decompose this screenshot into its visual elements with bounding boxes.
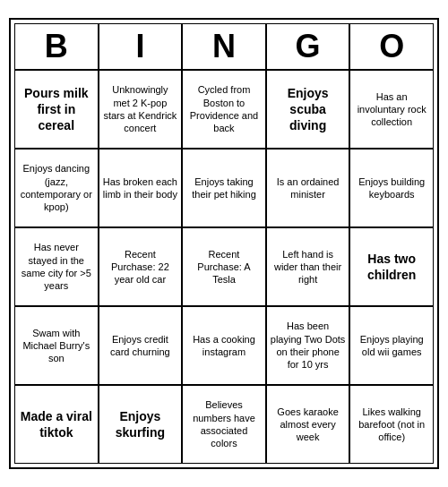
header-letter-i: I: [99, 23, 183, 70]
bingo-cell-11[interactable]: Recent Purchase: 22 year old car: [99, 227, 183, 306]
bingo-cell-9[interactable]: Enjoys building keyboards: [349, 149, 434, 227]
bingo-cell-6[interactable]: Has broken each limb in their body: [99, 149, 183, 227]
header-letter-n: N: [182, 23, 266, 70]
bingo-cell-15[interactable]: Swam with Michael Burry's son: [14, 306, 99, 385]
bingo-cell-24[interactable]: Likes walking barefoot (not in office): [349, 385, 434, 464]
bingo-cell-23[interactable]: Goes karaoke almost every week: [266, 385, 350, 464]
header-letter-o: O: [349, 23, 434, 70]
bingo-cell-13[interactable]: Left hand is wider than their right: [266, 227, 350, 306]
bingo-cell-22[interactable]: Believes numbers have associated colors: [182, 385, 266, 464]
bingo-cell-14[interactable]: Has two children: [349, 227, 434, 306]
bingo-cell-16[interactable]: Enjoys credit card churning: [99, 306, 183, 385]
bingo-cell-19[interactable]: Enjoys playing old wii games: [349, 306, 434, 385]
bingo-cell-10[interactable]: Has never stayed in the same city for >5…: [14, 227, 99, 306]
bingo-cell-20[interactable]: Made a viral tiktok: [14, 385, 99, 464]
bingo-grid: Pours milk first in cerealUnknowingly me…: [14, 70, 434, 464]
bingo-cell-4[interactable]: Has an involuntary rock collection: [349, 70, 434, 149]
bingo-header: BINGO: [14, 23, 434, 70]
bingo-cell-0[interactable]: Pours milk first in cereal: [14, 70, 99, 149]
header-letter-g: G: [266, 23, 350, 70]
bingo-cell-7[interactable]: Enjoys taking their pet hiking: [182, 149, 266, 227]
bingo-cell-1[interactable]: Unknowingly met 2 K-pop stars at Kendric…: [99, 70, 183, 149]
bingo-cell-21[interactable]: Enjoys skurfing: [99, 385, 183, 464]
bingo-cell-8[interactable]: Is an ordained minister: [266, 149, 350, 227]
bingo-cell-18[interactable]: Has been playing Two Dots on their phone…: [266, 306, 350, 385]
header-letter-b: B: [14, 23, 99, 70]
bingo-cell-12[interactable]: Recent Purchase: A Tesla: [182, 227, 266, 306]
bingo-card: BINGO Pours milk first in cerealUnknowin…: [9, 18, 439, 469]
bingo-cell-5[interactable]: Enjoys dancing (jazz, contemporary or kp…: [14, 149, 99, 227]
bingo-cell-2[interactable]: Cycled from Boston to Providence and bac…: [182, 70, 266, 149]
bingo-cell-17[interactable]: Has a cooking instagram: [182, 306, 266, 385]
bingo-cell-3[interactable]: Enjoys scuba diving: [266, 70, 350, 149]
